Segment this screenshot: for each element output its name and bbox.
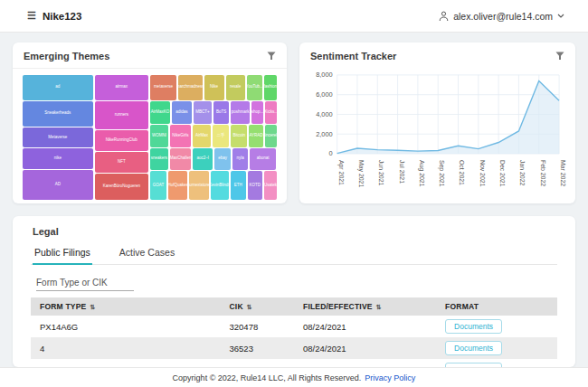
treemap-tile[interactable]: yournextstore... bbox=[189, 171, 208, 200]
emerging-themes-title: Emerging Themes bbox=[24, 51, 109, 61]
sort-icon[interactable]: ⇅ bbox=[247, 304, 252, 310]
sentiment-tracker-title: Sentiment Tracker bbox=[310, 51, 396, 61]
table-row: 43652308/24/2021Documents bbox=[31, 337, 557, 359]
form-filter bbox=[36, 273, 557, 291]
treemap-tile[interactable]: Sincerely bbox=[265, 125, 277, 147]
x-tick-label: Aug 2021 bbox=[418, 160, 425, 187]
documents-button[interactable]: Documents bbox=[445, 319, 502, 334]
column-header[interactable]: FILED/EFFECTIVE⇅ bbox=[294, 297, 436, 316]
treemap-tile[interactable]: ebay bbox=[214, 148, 231, 171]
treemap-tile[interactable]: 二手 bbox=[213, 125, 229, 147]
sort-icon[interactable]: ⇅ bbox=[90, 304, 95, 310]
table-cell: 08/24/2021 bbox=[294, 359, 436, 367]
treemap: adSneakerheadsMetaversenikeADairmaxrunne… bbox=[23, 75, 277, 200]
treemap-tile[interactable]: NikeRunningClub bbox=[95, 130, 149, 151]
table-cell: PX14A6G bbox=[31, 316, 221, 337]
column-header[interactable]: CIK⇅ bbox=[221, 297, 294, 316]
treemap-tile[interactable]: adidas bbox=[172, 101, 192, 124]
treemap-tile[interactable]: airmax bbox=[95, 75, 149, 100]
menu-icon[interactable]: ☰ bbox=[27, 11, 36, 21]
treemap-tile[interactable]: poshmark bbox=[231, 101, 249, 124]
treemap-tile[interactable]: nike bbox=[23, 148, 93, 169]
x-tick-label: Feb 2022 bbox=[540, 160, 546, 186]
treemap-tile[interactable]: ad bbox=[23, 75, 93, 100]
user-menu[interactable]: alex.oliver@rule14.com bbox=[439, 11, 564, 22]
treemap-tile[interactable]: WOMNI bbox=[150, 125, 168, 147]
treemap-tile[interactable]: Nike bbox=[204, 75, 224, 100]
treemap-tile[interactable]: AYRAD bbox=[249, 125, 262, 147]
user-email: alex.oliver@rule14.com bbox=[453, 11, 553, 22]
y-tick-label: 8,000 bbox=[316, 71, 333, 79]
treemap-tile[interactable]: Usatek bbox=[264, 171, 277, 200]
sort-icon[interactable]: ⇅ bbox=[376, 304, 382, 310]
treemap-tile[interactable]: AirMaxChallenge bbox=[170, 148, 192, 171]
y-tick-label: 0 bbox=[329, 149, 333, 157]
area-fill bbox=[337, 80, 559, 154]
treemap-tile[interactable]: Kicks... bbox=[265, 101, 277, 124]
treemap-tile[interactable]: AirMax bbox=[193, 125, 211, 147]
main-content: Emerging Themes adSneakerheadsMetaversen… bbox=[0, 33, 588, 367]
form-type-cik-input[interactable] bbox=[36, 275, 134, 291]
treemap-tile[interactable]: HofQuakes bbox=[168, 171, 187, 200]
table-cell: 4 bbox=[31, 359, 221, 367]
treemap-tile[interactable]: abonat bbox=[250, 148, 277, 171]
treemap-tile[interactable]: runners bbox=[95, 101, 149, 129]
treemap-tile[interactable]: shop... bbox=[251, 101, 264, 124]
y-tick-label: 4,000 bbox=[316, 110, 333, 118]
column-header[interactable]: FORM TYPE⇅ bbox=[31, 297, 221, 316]
treemap-tile[interactable]: marchmadness bbox=[178, 75, 203, 100]
treemap-tile[interactable]: BoTS bbox=[213, 101, 229, 124]
treemap-tile[interactable]: KarenBüroNogueren bbox=[95, 174, 149, 200]
x-tick-label: Sep 2021 bbox=[438, 160, 445, 187]
treemap-tile[interactable]: resale bbox=[226, 75, 245, 100]
treemap-tile[interactable]: Sneakerheads bbox=[23, 101, 93, 127]
treemap-tile[interactable]: sneakers bbox=[150, 148, 168, 171]
treemap-tile[interactable]: KevinBlinds bbox=[211, 171, 229, 200]
treemap-tile[interactable]: Metaverse bbox=[23, 127, 93, 148]
filings-table: FORM TYPE⇅CIK⇅FILED/EFFECTIVE⇅FORMAT PX1… bbox=[31, 297, 557, 367]
treemap-tile[interactable]: Bitcoin bbox=[231, 125, 248, 147]
x-tick-label: Oct 2021 bbox=[459, 160, 465, 185]
treemap-tile[interactable]: AD bbox=[23, 170, 93, 200]
treemap-tile[interactable]: NikeGirls bbox=[170, 125, 192, 147]
treemap-tile[interactable]: aoc2–l bbox=[193, 148, 213, 171]
treemap-tile[interactable]: NFT bbox=[95, 152, 149, 173]
copyright-text: Copyright © 2022, Rule14 LLC, All Rights… bbox=[173, 373, 362, 382]
privacy-policy-link[interactable]: Privacy Policy bbox=[365, 373, 415, 382]
table-cell: 320478 bbox=[221, 316, 294, 337]
x-tick-label: Nov 2021 bbox=[479, 160, 486, 187]
table-cell: 36523 bbox=[221, 337, 294, 359]
emerging-themes-card: Emerging Themes adSneakerheadsMetaversen… bbox=[13, 42, 287, 203]
treemap-tile[interactable]: metaverse bbox=[150, 75, 176, 100]
documents-button[interactable]: Documents bbox=[445, 341, 502, 355]
sentiment-chart: 02,0004,0006,0008,000Apr 2021May 2021Jun… bbox=[299, 68, 575, 200]
table-cell: 4 bbox=[31, 337, 221, 359]
filings-table-body: PX14A6G32047808/24/2021Documents43652308… bbox=[31, 316, 557, 367]
x-tick-label: Apr 2021 bbox=[337, 160, 345, 185]
treemap-tile[interactable]: GOAT bbox=[150, 171, 166, 200]
treemap-tile[interactable]: fashion bbox=[264, 75, 277, 100]
x-tick-label: Mar 2022 bbox=[560, 160, 566, 186]
treemap-tile[interactable]: MBCT+ bbox=[194, 101, 212, 124]
treemap-tile[interactable]: AirMaxKO bbox=[150, 101, 170, 124]
y-tick-label: 2,000 bbox=[316, 130, 333, 138]
treemap-tile[interactable]: ETH bbox=[231, 171, 246, 200]
table-cell: 08/24/2021 bbox=[294, 316, 436, 337]
brand-name: Nike123 bbox=[43, 11, 81, 22]
table-row: 436521408/24/2021Documents bbox=[31, 359, 557, 367]
legal-tabs: Public FilingsActive Cases bbox=[31, 243, 557, 265]
brand: ☰ Nike123 bbox=[27, 11, 81, 22]
treemap-tile[interactable]: YouTub... bbox=[247, 75, 262, 100]
tab-active-cases[interactable]: Active Cases bbox=[118, 243, 176, 264]
filter-icon[interactable] bbox=[555, 52, 564, 61]
treemap-tile[interactable]: KOTD bbox=[248, 171, 262, 200]
user-icon bbox=[439, 11, 449, 22]
chevron-down-icon bbox=[557, 14, 564, 18]
table-cell: 365214 bbox=[221, 359, 294, 367]
y-tick-label: 6,000 bbox=[316, 90, 333, 99]
x-tick-label: Dec 2021 bbox=[499, 160, 506, 187]
filings-table-head: FORM TYPE⇅CIK⇅FILED/EFFECTIVE⇅FORMAT bbox=[31, 297, 557, 316]
tab-public-filings[interactable]: Public Filings bbox=[33, 243, 92, 265]
treemap-tile[interactable]: nyla bbox=[232, 148, 248, 171]
filter-icon[interactable] bbox=[267, 52, 276, 61]
